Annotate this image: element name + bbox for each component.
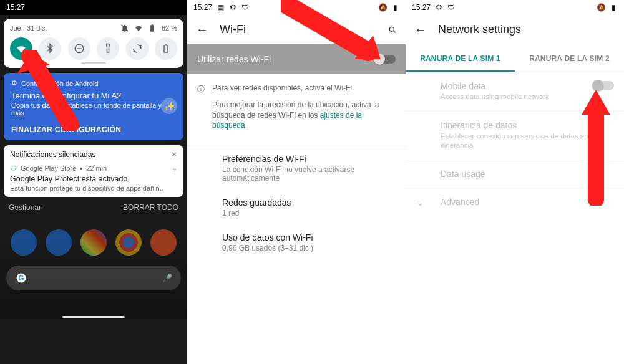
wifi-icon xyxy=(134,24,143,32)
item-sub: Access data using mobile network xyxy=(441,92,588,102)
item-sub: La conexión Wi-Fi no vuelve a activarse … xyxy=(222,165,396,183)
svg-point-7 xyxy=(389,27,394,31)
close-icon[interactable]: ✕ xyxy=(171,150,177,159)
page-title: Wi-Fi xyxy=(220,23,246,36)
wifi-toggle-label: Utilizar redes Wi-Fi xyxy=(197,54,271,64)
page-title: Network settings xyxy=(438,23,521,36)
battery-icon xyxy=(148,24,157,32)
dnd-off-icon: 🔕 xyxy=(597,3,605,12)
app-bar: ← Wi-Fi xyxy=(187,15,406,44)
shade-status-icons: 82 % xyxy=(120,24,177,32)
info-text-1: Para ver redes disponibles, activa el Wi… xyxy=(212,83,396,93)
qs-flashlight[interactable] xyxy=(97,37,119,60)
battery-icon: ▮ xyxy=(391,3,399,12)
battery-text: 82 % xyxy=(162,24,177,32)
mobile-data-toggle[interactable] xyxy=(593,81,614,90)
qs-battery-saver[interactable] xyxy=(155,37,177,60)
play-protect-icon: 🛡 xyxy=(10,165,17,172)
search-icon[interactable] xyxy=(388,26,397,34)
qs-wifi[interactable] xyxy=(10,37,32,60)
item-title: Uso de datos con Wi-Fi xyxy=(222,232,396,242)
silenced-title: Google Play Protect está activado xyxy=(10,175,177,183)
silenced-card[interactable]: Notificaciones silenciadas ✕ 🛡 Google Pl… xyxy=(4,145,183,197)
app-bar: ← Network settings xyxy=(406,15,624,44)
silenced-app: Google Play Store xyxy=(21,165,76,172)
item-sub: 1 red xyxy=(222,209,396,218)
wifi-toggle[interactable] xyxy=(374,55,396,64)
item-title: Advanced xyxy=(441,197,614,207)
item-sub: Establecer conexión con servicios de dat… xyxy=(441,132,614,151)
back-button[interactable]: ← xyxy=(196,22,208,37)
play-store-icon[interactable] xyxy=(80,229,107,256)
setup-notification[interactable]: ⚙Configuración de Android Termina de con… xyxy=(4,73,183,140)
status-bar: 15:27 ▤ ⚙ 🛡 🔕 ▮ xyxy=(187,0,406,15)
mic-icon[interactable]: 🎤 xyxy=(162,274,172,283)
clock: 15:27 xyxy=(6,3,25,12)
silenced-header: Notificaciones silenciadas xyxy=(10,150,95,159)
item-title: Redes guardadas xyxy=(222,198,396,208)
google-g-icon: G xyxy=(15,272,27,284)
wand-icon[interactable]: ✨ xyxy=(161,98,177,114)
battery-icon: ▮ xyxy=(609,3,618,12)
home-blurred: G 🎤 xyxy=(0,219,187,319)
notif-title: Termina de configurar tu Mi A2 xyxy=(11,91,176,100)
camera-icon[interactable] xyxy=(150,229,177,256)
item-title: Preferencias de Wi-Fi xyxy=(222,154,396,164)
tab-sim2[interactable]: RANURA DE LA SIM 2 xyxy=(515,47,624,72)
chevron-down-icon: ⌄ xyxy=(417,198,424,208)
notif-sub: Copia tus datos, establece un fondo de p… xyxy=(11,102,176,117)
phone-app-icon[interactable] xyxy=(11,229,37,256)
item-sub: 0,96 GB usados (3–31 dic.) xyxy=(222,244,396,252)
dnd-off-icon xyxy=(120,24,129,32)
sim-tabs: RANURA DE LA SIM 1 RANURA DE LA SIM 2 xyxy=(406,47,624,72)
advanced-row[interactable]: ⌄ Advanced xyxy=(406,188,624,216)
item-title: Data usage xyxy=(441,169,614,179)
phone-wifi-settings: 15:27 ▤ ⚙ 🛡 🔕 ▮ ← Wi-Fi Utilizar redes W… xyxy=(187,0,406,364)
notif-action[interactable]: FINALIZAR CONFIGURACIÓN xyxy=(11,125,176,134)
gear-icon: ⚙ xyxy=(11,79,17,87)
clock: 15:27 xyxy=(412,3,431,12)
svg-rect-4 xyxy=(165,44,167,46)
messages-app-icon[interactable] xyxy=(46,229,72,256)
clear-all-button[interactable]: BORRAR TODO xyxy=(123,203,178,212)
quick-settings-card: Jue., 31 dic. 82 % xyxy=(4,19,183,68)
phone-notification-shade: 15:27 Jue., 31 dic. 82 % ⚙Configuración … xyxy=(0,0,187,364)
silenced-sub: Esta función protege tu dispositivo de a… xyxy=(10,184,177,192)
image-icon: ▤ xyxy=(216,3,225,12)
wifi-info-row: ⓘ Para ver redes disponibles, activa el … xyxy=(187,74,406,146)
info-icon: ⓘ xyxy=(197,84,205,137)
chevron-down-icon[interactable]: ⌄ xyxy=(172,164,177,172)
back-button[interactable]: ← xyxy=(414,22,427,37)
svg-rect-3 xyxy=(164,46,168,52)
qs-bluetooth[interactable] xyxy=(39,37,61,60)
saved-networks-item[interactable]: Redes guardadas 1 red xyxy=(187,190,406,225)
wifi-data-usage-item[interactable]: Uso de datos con Wi-Fi 0,96 GB usados (3… xyxy=(187,225,406,260)
phone-network-settings: 15:27 ⚙ 🛡 🔕 ▮ ← Network settings RANURA … xyxy=(406,0,624,364)
svg-text:G: G xyxy=(18,274,24,282)
mobile-data-row[interactable]: Mobile data Access data using mobile net… xyxy=(406,72,624,112)
status-bar: 15:27 xyxy=(0,0,187,15)
roaming-row[interactable]: Itinerancia de datos Establecer conexión… xyxy=(406,112,624,160)
wifi-toggle-bar: Utilizar redes Wi-Fi xyxy=(187,44,406,74)
silenced-time: 22 min xyxy=(86,165,107,172)
qs-autorotate[interactable] xyxy=(126,37,149,60)
item-title: Mobile data xyxy=(441,81,588,91)
nav-handle[interactable] xyxy=(62,316,125,318)
info-text-2: Para mejorar la precisión de la ubicació… xyxy=(212,100,396,131)
shade-date: Jue., 31 dic. xyxy=(10,24,47,32)
shield-icon: 🛡 xyxy=(241,3,250,12)
shield-icon: 🛡 xyxy=(447,3,456,12)
item-title: Itinerancia de datos xyxy=(441,120,614,130)
data-usage-row[interactable]: Data usage xyxy=(406,160,624,188)
gear-icon: ⚙ xyxy=(228,3,237,12)
svg-line-8 xyxy=(394,31,396,32)
wifi-preferences-item[interactable]: Preferencias de Wi-Fi La conexión Wi-Fi … xyxy=(187,146,406,190)
tab-sim1[interactable]: RANURA DE LA SIM 1 xyxy=(406,47,515,72)
qs-dnd[interactable] xyxy=(68,37,90,60)
manage-button[interactable]: Gestionar xyxy=(9,203,41,212)
search-pill[interactable]: G 🎤 xyxy=(6,266,181,290)
dnd-off-icon: 🔕 xyxy=(378,3,387,12)
shade-handle[interactable] xyxy=(81,62,106,64)
chrome-icon[interactable] xyxy=(115,229,142,256)
clock: 15:27 xyxy=(193,3,212,12)
